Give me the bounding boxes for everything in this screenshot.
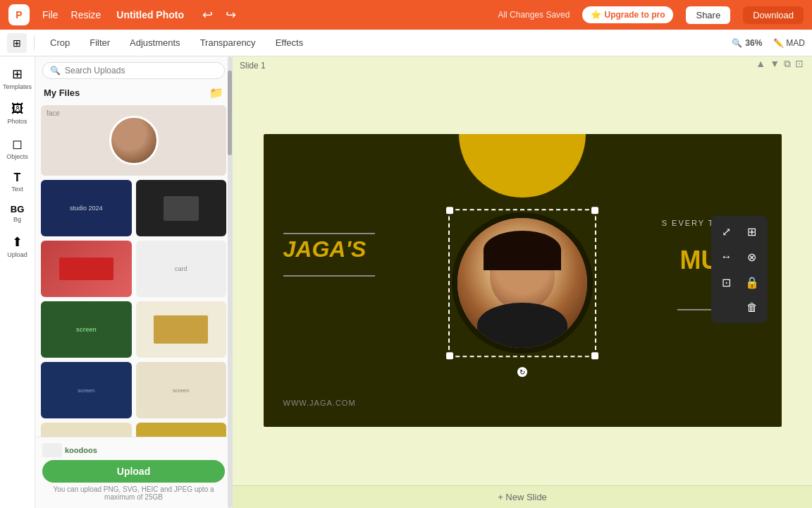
undo-button[interactable]: ↩	[202, 7, 213, 23]
main-layout: ⊞ Templates 🖼 Photos ◻ Objects T Text BG…	[0, 56, 812, 508]
new-slide-bar[interactable]: + New Slide	[233, 485, 812, 508]
left-panel: 🔍 My Files 📁 face studio 2024	[35, 56, 233, 508]
slide-photo-circle[interactable]	[452, 212, 593, 353]
slide-copy[interactable]: ⧉	[784, 58, 791, 70]
grid-view-button[interactable]: ⊞	[7, 33, 27, 53]
slide-nav-next[interactable]: ▼	[770, 58, 780, 70]
crop-tab[interactable]: Crop	[42, 35, 78, 51]
slide-text-jagas[interactable]: JAGA'S	[283, 236, 367, 262]
file-thumb-4b[interactable]	[136, 301, 227, 358]
handle-bl[interactable]	[446, 352, 453, 359]
background-label: Bg	[13, 216, 21, 223]
zoom-value: 36%	[745, 38, 762, 48]
slide-text-www: WWW.JAGA.COM	[283, 399, 356, 407]
upgrade-button[interactable]: ⭐ Upgrade to pro	[582, 6, 673, 23]
toolbar: ⊞ Crop Filter Adjustments Transparency E…	[0, 30, 812, 56]
files-header: My Files 📁	[35, 82, 232, 102]
slide-line-bottom	[283, 275, 375, 277]
mad-indicator: ✏️ MAD	[773, 38, 805, 48]
templates-label: Templates	[3, 83, 32, 90]
search-input-wrap: 🔍	[42, 62, 225, 79]
upload-label: Upload	[7, 251, 27, 258]
file-thumb-4a[interactable]: screen	[41, 301, 132, 358]
zoom-icon: 🔍	[732, 38, 742, 48]
mad-label: MAD	[786, 38, 805, 48]
text-icon: T	[14, 171, 21, 184]
save-status: All Changes Saved	[498, 10, 570, 20]
file-thumb-5b[interactable]: screen	[136, 362, 227, 418]
download-button[interactable]: Download	[743, 6, 804, 24]
objects-label: Objects	[6, 153, 28, 160]
transparency-tab[interactable]: Transparency	[192, 35, 264, 51]
handle-br[interactable]	[591, 352, 598, 359]
ctx-duplicate-button[interactable]: ⊡	[715, 271, 738, 294]
upload-icon: ⬆	[12, 234, 23, 250]
handle-tr[interactable]	[591, 207, 598, 214]
ctx-flip-button[interactable]: ↔	[715, 246, 738, 268]
search-icon: 🔍	[50, 66, 61, 75]
doc-title[interactable]: Untitled Photo	[116, 9, 184, 20]
menu-file[interactable]: File	[42, 9, 59, 20]
sidebar-item-templates[interactable]: ⊞ Templates	[2, 62, 33, 95]
yellow-half-circle	[459, 134, 586, 198]
upload-button[interactable]: Upload	[42, 460, 225, 483]
adjustments-tab[interactable]: Adjustments	[121, 35, 189, 51]
ctx-layers-button[interactable]: ⊞	[741, 220, 763, 243]
search-input[interactable]	[65, 66, 217, 75]
folder-icon[interactable]: 📁	[209, 86, 223, 99]
sidebar-item-objects[interactable]: ◻ Objects	[2, 132, 33, 164]
slide-label: Slide 1	[233, 56, 812, 75]
topbar: P File Resize Untitled Photo ↩ ↪ All Cha…	[0, 0, 812, 30]
sidebar-item-photos[interactable]: 🖼 Photos	[2, 97, 33, 129]
file-thumb-3b[interactable]: card	[136, 241, 227, 297]
redo-button[interactable]: ↪	[226, 7, 236, 23]
file-thumb-3a[interactable]	[41, 241, 132, 297]
app-logo: P	[8, 4, 30, 25]
text-label: Text	[11, 186, 23, 193]
rotate-handle[interactable]: ↻	[517, 367, 527, 377]
slide-container: JAGA'S WWW.JAGA.COM S EVERY THURSDAY MUS…	[233, 75, 812, 485]
koodoos-label: koodoos	[65, 446, 97, 454]
upgrade-label: Upgrade to pro	[604, 10, 665, 20]
star-icon: ⭐	[591, 10, 601, 20]
upload-section: koodoos Upload You can upload PNG, SVG, …	[35, 437, 232, 508]
toolbar-separator	[34, 36, 35, 50]
handle-tl[interactable]	[446, 207, 453, 214]
context-toolbar: ⤢ ⊞ ↔ ⊗ ⊡ 🔒 🗑	[711, 216, 768, 323]
zoom-indicator: 🔍 36%	[732, 38, 762, 48]
sidebar-item-upload[interactable]: ⬆ Upload	[2, 230, 33, 262]
slide-expand[interactable]: ⊡	[795, 58, 804, 70]
ctx-placeholder-button[interactable]	[715, 296, 738, 319]
scrollbar-thumb[interactable]	[228, 71, 232, 155]
share-button[interactable]: Share	[686, 6, 730, 24]
ctx-delete-button[interactable]: 🗑	[741, 296, 763, 319]
filter-tab[interactable]: Filter	[81, 35, 118, 51]
file-thumb-6a[interactable]	[41, 423, 132, 437]
file-thumb-5a[interactable]: screen	[41, 362, 132, 418]
my-files-label: My Files	[44, 87, 80, 98]
file-thumb-2b[interactable]	[136, 180, 227, 236]
slide-nav-prev[interactable]: ▲	[756, 58, 765, 70]
search-bar: 🔍	[35, 56, 232, 82]
file-thumb-6b[interactable]: JAGA	[136, 423, 227, 437]
file-thumb-profile[interactable]: face	[41, 105, 226, 176]
new-slide-label: + New Slide	[498, 492, 547, 502]
effects-tab[interactable]: Effects	[267, 35, 312, 51]
templates-icon: ⊞	[12, 66, 23, 82]
menu-resize[interactable]: Resize	[71, 9, 102, 20]
objects-icon: ◻	[12, 136, 23, 152]
sidebar-item-text[interactable]: T Text	[2, 167, 33, 197]
app-logo-text: P	[16, 9, 22, 20]
file-thumb-2a[interactable]: studio 2024	[41, 180, 132, 236]
files-grid: face studio 2024 card screen	[35, 102, 232, 437]
slide[interactable]: JAGA'S WWW.JAGA.COM S EVERY THURSDAY MUS…	[264, 134, 782, 427]
ctx-stack-button[interactable]: ⊗	[741, 246, 763, 268]
ctx-lock-button[interactable]: 🔒	[741, 271, 763, 294]
sidebar-item-background[interactable]: BG Bg	[2, 200, 33, 227]
pencil-icon: ✏️	[773, 38, 784, 48]
ctx-resize-button[interactable]: ⤢	[715, 220, 738, 243]
canvas-area: Slide 1 ▲ ▼ ⧉ ⊡ JAGA'S WWW.JAGA.COM S EV…	[233, 56, 812, 508]
slide-line-top	[283, 233, 375, 234]
background-icon: BG	[11, 204, 25, 214]
sidebar-icons: ⊞ Templates 🖼 Photos ◻ Objects T Text BG…	[0, 56, 35, 508]
